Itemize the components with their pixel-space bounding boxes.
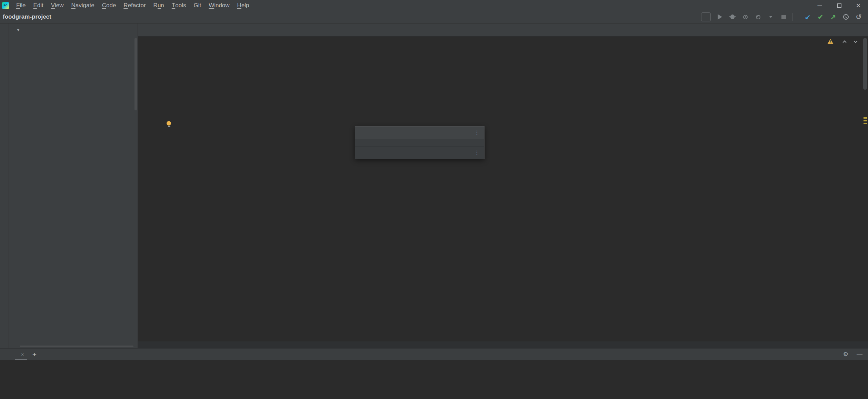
- kebab-menu-icon[interactable]: ⋮: [471, 130, 480, 136]
- terminal-header-actions: ⚙ —: [843, 351, 862, 358]
- coverage-button[interactable]: [741, 13, 749, 21]
- documentation-popup: ⋮ ⋮: [355, 126, 485, 159]
- toolbar-separator: [792, 13, 793, 21]
- coverage-icon: [743, 15, 748, 19]
- maximize-icon: [837, 3, 841, 8]
- navigation-bar: foodgram-project ↙ ✔ ↗ ↺: [0, 11, 868, 23]
- menu-edit[interactable]: Edit: [29, 0, 47, 11]
- inspection-widget[interactable]: [827, 39, 857, 44]
- project-panel-header: ▼: [9, 23, 138, 37]
- git-history-button[interactable]: [842, 13, 850, 21]
- next-problem-button[interactable]: [854, 39, 857, 43]
- pycharm-window: { "window": { "title": "foodgram-project…: [0, 0, 868, 399]
- terminal-output[interactable]: [0, 360, 868, 362]
- terminal-header: × + ⚙ —: [0, 349, 868, 360]
- debug-bug-icon: [730, 14, 735, 19]
- popup-doc-row: ⋮: [355, 146, 484, 159]
- profiler-icon: [756, 15, 760, 19]
- minimize-button[interactable]: ─: [810, 0, 829, 11]
- warning-triangle-icon: [827, 39, 834, 44]
- window-controls: ─ ×: [810, 0, 868, 11]
- project-panel: ▼: [9, 23, 138, 348]
- menu-file[interactable]: File: [12, 0, 29, 11]
- terminal-tab-local[interactable]: ×: [15, 349, 27, 360]
- stop-icon: [781, 15, 786, 19]
- stop-button[interactable]: [780, 13, 787, 21]
- new-terminal-button[interactable]: +: [32, 350, 37, 359]
- bulb-glass: [167, 121, 171, 126]
- profiler-button[interactable]: [754, 13, 762, 21]
- debug-button[interactable]: [729, 13, 736, 21]
- git-commit-button[interactable]: ✔: [817, 13, 824, 21]
- add-configuration-button[interactable]: [701, 12, 711, 21]
- editor-breadcrumbs: [138, 341, 868, 349]
- main-menu: FileEditViewNavigateCodeRefactorRunTools…: [12, 0, 253, 11]
- warning-stripe-mark[interactable]: [864, 117, 867, 119]
- run-button[interactable]: [716, 13, 724, 21]
- git-update-button[interactable]: ↙: [804, 13, 811, 21]
- toolbar-right: ↙ ✔ ↗ ↺: [701, 12, 862, 21]
- menu-navigate[interactable]: Navigate: [68, 0, 98, 11]
- close-icon[interactable]: ×: [21, 351, 24, 357]
- menu-help[interactable]: Help: [233, 0, 253, 11]
- intention-bulb-icon[interactable]: [167, 121, 172, 127]
- breadcrumb-item[interactable]: foodgram-project: [3, 13, 51, 20]
- run-icon: [718, 14, 722, 20]
- history-clock-icon: [843, 14, 849, 20]
- menu-git[interactable]: Git: [190, 0, 205, 11]
- breadcrumb: foodgram-project: [0, 13, 51, 20]
- kebab-menu-icon[interactable]: ⋮: [471, 150, 480, 156]
- git-push-button[interactable]: ↗: [829, 13, 837, 21]
- title-bar: PC FileEditViewNavigateCodeRefactorRunTo…: [0, 0, 868, 11]
- editor-tab-bar: [138, 23, 868, 37]
- menu-window[interactable]: Window: [205, 0, 233, 11]
- menu-refactor[interactable]: Refactor: [120, 0, 149, 11]
- tool-window-stripe: [0, 23, 9, 348]
- project-tree: [9, 37, 138, 348]
- editor-scrollbar-thumb[interactable]: [863, 38, 867, 90]
- terminal-panel: × + ⚙ —: [0, 348, 868, 399]
- menu-code[interactable]: Code: [98, 0, 120, 11]
- terminal-hide-button[interactable]: —: [857, 351, 862, 358]
- bulb-base: [168, 126, 170, 127]
- previous-problem-button[interactable]: [842, 40, 846, 44]
- project-tree-horizontal-scrollbar[interactable]: [20, 346, 133, 347]
- menu-run[interactable]: Run: [150, 0, 168, 11]
- chevron-down-icon[interactable]: ▼: [16, 28, 20, 32]
- popup-error-row: ⋮: [355, 127, 484, 139]
- menu-view[interactable]: View: [47, 0, 68, 11]
- popup-code-row: [355, 139, 484, 146]
- close-button[interactable]: ×: [849, 0, 868, 11]
- git-rollback-button[interactable]: ↺: [855, 13, 862, 21]
- project-tree-vertical-scrollbar[interactable]: [134, 38, 137, 110]
- terminal-settings-button[interactable]: ⚙: [843, 351, 848, 358]
- warning-stripe-mark[interactable]: [864, 120, 867, 121]
- pycharm-logo-icon: PC: [2, 2, 9, 9]
- warning-stripe-mark[interactable]: [864, 123, 867, 124]
- chevron-down-icon: [769, 16, 772, 18]
- code-editor[interactable]: [138, 37, 868, 341]
- run-options-dropdown[interactable]: [767, 13, 775, 21]
- menu-tools[interactable]: Tools: [168, 0, 190, 11]
- maximize-button[interactable]: [829, 0, 849, 11]
